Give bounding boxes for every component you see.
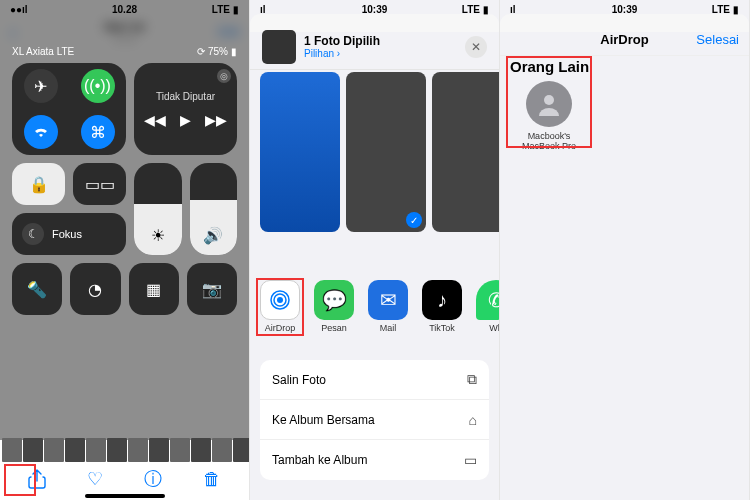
- action-label: Ke Album Bersama: [272, 413, 375, 427]
- signal-icon: ıl: [510, 4, 516, 15]
- moon-icon: ☾: [28, 227, 39, 241]
- done-button[interactable]: Selesai: [696, 32, 739, 47]
- media-module[interactable]: ◎ Tidak Diputar ◀◀ ▶ ▶▶: [134, 63, 237, 155]
- cc-carrier-label: XL Axiata LTE: [12, 46, 74, 57]
- signal-icon: ıl: [260, 4, 266, 15]
- panel-share-sheet: ıl 10:39 LTE▮ 1 Foto Dipilih Pilihan › ✕…: [250, 0, 500, 500]
- network-label: LTE: [712, 4, 730, 15]
- home-indicator[interactable]: [85, 494, 165, 498]
- share-apps-row[interactable]: AirDrop 💬 Pesan ✉ Mail ♪ TikTok ✆ Wh: [260, 280, 499, 350]
- timer-button[interactable]: ◔: [70, 263, 120, 315]
- airdrop-target[interactable]: Macbook's MacBook Pro: [510, 81, 588, 151]
- status-time: 10:39: [612, 4, 638, 15]
- photos-toolbar: ♡ ⓘ 🗑: [0, 464, 249, 494]
- preview-row[interactable]: ✓: [260, 72, 499, 232]
- app-label: TikTok: [429, 323, 455, 333]
- share-title: 1 Foto Dipilih: [304, 34, 465, 48]
- calculator-button[interactable]: ▦: [129, 263, 179, 315]
- calculator-icon: ▦: [146, 280, 161, 299]
- airplane-toggle[interactable]: ✈: [12, 63, 69, 109]
- antenna-icon: ((•)): [84, 77, 111, 95]
- flashlight-icon: 🔦: [27, 280, 47, 299]
- action-label: Salin Foto: [272, 373, 326, 387]
- svg-point-0: [277, 297, 283, 303]
- airdrop-header: AirDrop Selesai: [500, 24, 749, 56]
- brightness-slider[interactable]: ☀: [134, 163, 182, 255]
- copy-icon: ⧉: [467, 371, 477, 388]
- timer-icon: ◔: [88, 280, 102, 299]
- network-label: LTE: [462, 4, 480, 15]
- actions-list: Salin Foto ⧉ Ke Album Bersama ⌂ Tambah k…: [260, 360, 489, 480]
- status-bar: ıl 10:39 LTE▮: [500, 0, 749, 18]
- wifi-toggle[interactable]: [12, 109, 69, 155]
- panel-photos-control-center: ●●ıl 10.28 LTE▮ ‹ Hari ini 10.28 Edit XL…: [0, 0, 250, 500]
- preview-item[interactable]: [432, 72, 499, 232]
- orientation-lock-toggle[interactable]: 🔒: [12, 163, 65, 205]
- screen-mirroring-button[interactable]: ▭▭: [73, 163, 126, 205]
- tiktok-icon: ♪: [422, 280, 462, 320]
- bluetooth-toggle[interactable]: ⌘: [69, 109, 126, 155]
- cellular-toggle[interactable]: ((•)): [69, 63, 126, 109]
- info-button[interactable]: ⓘ: [144, 467, 162, 491]
- network-label: LTE: [212, 4, 230, 15]
- battery-icon: ▮: [483, 4, 489, 15]
- focus-button[interactable]: ☾ Fokus: [12, 213, 126, 255]
- app-label: Wh: [489, 323, 499, 333]
- preview-item[interactable]: [260, 72, 340, 232]
- media-title: Tidak Diputar: [156, 91, 215, 102]
- close-icon: ✕: [471, 40, 481, 54]
- mail-app[interactable]: ✉ Mail: [368, 280, 408, 350]
- speaker-icon: 🔊: [203, 226, 223, 245]
- mail-icon: ✉: [368, 280, 408, 320]
- airplane-icon: ✈: [34, 77, 47, 96]
- control-center: XL Axiata LTE ⟳ 75% ▮ ✈ ((•)) ⌘ ◎ Tidak …: [12, 46, 237, 428]
- header-thumbnail: [262, 30, 296, 64]
- section-header: Orang Lain: [510, 58, 739, 75]
- panel-airdrop: ıl 10:39 LTE▮ AirDrop Selesai Orang Lain…: [500, 0, 750, 500]
- whatsapp-app[interactable]: ✆ Wh: [476, 280, 499, 350]
- preview-item[interactable]: ✓: [346, 72, 426, 232]
- tiktok-app[interactable]: ♪ TikTok: [422, 280, 462, 350]
- camera-icon: 📷: [202, 280, 222, 299]
- svg-point-3: [544, 95, 554, 105]
- avatar-icon: [526, 81, 572, 127]
- bluetooth-icon: ⌘: [90, 123, 106, 142]
- wifi-icon: [33, 126, 49, 138]
- copy-photo-action[interactable]: Salin Foto ⧉: [260, 360, 489, 400]
- close-button[interactable]: ✕: [465, 36, 487, 58]
- check-icon: ✓: [406, 212, 422, 228]
- shared-album-icon: ⌂: [469, 412, 477, 428]
- messages-icon: 💬: [314, 280, 354, 320]
- play-icon[interactable]: ▶: [180, 112, 191, 128]
- cc-battery-label: 75%: [208, 46, 228, 57]
- app-label: AirDrop: [265, 323, 296, 333]
- sun-icon: ☀: [151, 226, 165, 245]
- status-time: 10.28: [112, 4, 137, 15]
- volume-slider[interactable]: 🔊: [190, 163, 238, 255]
- chevron-right-icon: ›: [337, 48, 340, 59]
- shared-album-action[interactable]: Ke Album Bersama ⌂: [260, 400, 489, 440]
- focus-label: Fokus: [52, 228, 82, 240]
- next-track-icon[interactable]: ▶▶: [205, 112, 227, 128]
- camera-button[interactable]: 📷: [187, 263, 237, 315]
- photo-scrubber[interactable]: [0, 438, 249, 462]
- app-label: Mail: [380, 323, 397, 333]
- status-time: 10:39: [362, 4, 388, 15]
- action-label: Tambah ke Album: [272, 453, 367, 467]
- album-icon: ▭: [464, 452, 477, 468]
- messages-app[interactable]: 💬 Pesan: [314, 280, 354, 350]
- prev-track-icon[interactable]: ◀◀: [144, 112, 166, 128]
- lock-rotation-icon: 🔒: [29, 175, 49, 194]
- app-label: Pesan: [321, 323, 347, 333]
- options-button[interactable]: Pilihan ›: [304, 48, 465, 59]
- favorite-button[interactable]: ♡: [87, 468, 103, 490]
- airdrop-app[interactable]: AirDrop: [260, 280, 300, 350]
- battery-icon: ▮: [233, 4, 239, 15]
- airplay-icon[interactable]: ◎: [217, 69, 231, 83]
- status-bar: ıl 10:39 LTE▮: [250, 0, 499, 18]
- battery-icon: ▮: [733, 4, 739, 15]
- share-button[interactable]: [28, 469, 46, 489]
- delete-button[interactable]: 🗑: [203, 469, 221, 490]
- add-album-action[interactable]: Tambah ke Album ▭: [260, 440, 489, 480]
- flashlight-button[interactable]: 🔦: [12, 263, 62, 315]
